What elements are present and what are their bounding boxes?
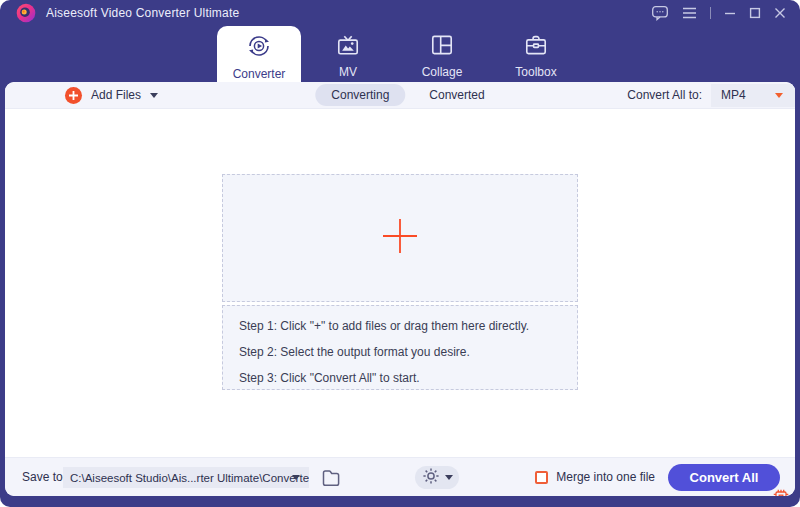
collage-icon — [429, 33, 455, 61]
feedback-icon[interactable] — [651, 5, 669, 21]
add-files-label: Add Files — [91, 88, 141, 102]
tab-label: MV — [339, 65, 357, 79]
step-instruction: Step 1: Click "+" to add files or drag t… — [239, 319, 577, 333]
tab-collage[interactable]: Collage — [395, 26, 489, 82]
tab-label: Converter — [233, 67, 286, 81]
add-files-plus-icon[interactable] — [381, 217, 419, 259]
format-select[interactable]: MP4 — [711, 84, 795, 107]
format-caret-icon — [775, 93, 783, 98]
app-window: Aiseesoft Video Converter Ultimate — [0, 0, 800, 507]
main-tab-bar: Converter MV Collage — [0, 26, 800, 82]
tab-mv[interactable]: MV — [301, 26, 395, 82]
convert-all-button[interactable]: Convert All — [668, 464, 780, 491]
converter-icon — [246, 33, 272, 63]
converted-toggle[interactable]: Converted — [429, 88, 484, 102]
view-toggle: Converting Converted — [315, 82, 484, 108]
format-value: MP4 — [721, 88, 746, 102]
tab-label: Toolbox — [515, 65, 556, 79]
minimize-button[interactable] — [724, 7, 736, 19]
add-files-plus-icon — [65, 87, 82, 104]
file-list-area: Step 1: Click "+" to add files or drag t… — [5, 109, 795, 457]
settings-button[interactable] — [415, 466, 459, 489]
instructions-box: Step 1: Click "+" to add files or drag t… — [222, 305, 578, 390]
tab-label: Collage — [422, 65, 463, 79]
maximize-button[interactable] — [749, 7, 761, 19]
add-files-button[interactable]: Add Files — [65, 82, 158, 108]
footer-right-group: Merge into one file Convert All — [535, 458, 780, 496]
tab-toolbox[interactable]: Toolbox — [489, 26, 583, 82]
step-instruction: Step 3: Click "Convert All" to start. — [239, 371, 577, 385]
drop-area[interactable] — [222, 174, 578, 302]
merge-label: Merge into one file — [556, 470, 655, 484]
toolbar: Add Files Converting Converted Convert A… — [5, 82, 795, 109]
mv-icon — [335, 33, 361, 61]
save-to-label: Save to: — [22, 470, 66, 484]
content-surface: Add Files Converting Converted Convert A… — [5, 82, 795, 496]
save-path-caret-icon — [292, 475, 300, 480]
menu-icon[interactable] — [682, 7, 697, 19]
save-path-select[interactable]: C:\Aiseesoft Studio\Ais...rter Ultimate\… — [63, 467, 309, 488]
controls-divider — [710, 7, 711, 19]
output-format-group: Convert All to: MP4 — [627, 82, 795, 108]
add-files-dropdown-caret-icon[interactable] — [150, 93, 158, 98]
tab-converter[interactable]: Converter — [217, 26, 301, 82]
save-path-value: C:\Aiseesoft Studio\Ais...rter Ultimate\… — [70, 472, 309, 484]
window-controls — [651, 0, 786, 26]
merge-checkbox[interactable] — [535, 471, 548, 484]
window-title: Aiseesoft Video Converter Ultimate — [46, 6, 239, 20]
converting-toggle[interactable]: Converting — [315, 84, 405, 106]
settings-caret-icon — [445, 475, 453, 480]
close-button[interactable] — [774, 7, 786, 19]
app-logo-icon — [16, 3, 36, 23]
gear-icon — [422, 467, 440, 489]
convert-all-to-label: Convert All to: — [627, 88, 702, 102]
open-folder-button[interactable] — [320, 467, 342, 487]
title-bar: Aiseesoft Video Converter Ultimate — [0, 0, 800, 26]
toolbox-icon — [523, 33, 549, 61]
footer-bar: Save to: C:\Aiseesoft Studio\Ais...rter … — [5, 457, 795, 496]
step-instruction: Step 2: Select the output format you des… — [239, 345, 577, 359]
